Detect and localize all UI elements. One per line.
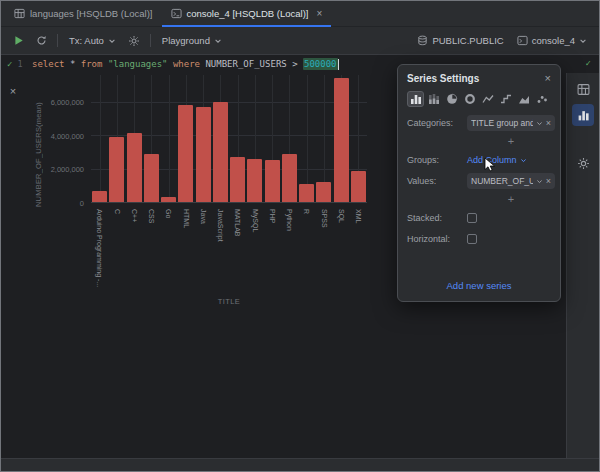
- close-icon[interactable]: ×: [317, 9, 323, 19]
- database-icon: [417, 35, 428, 46]
- chevron-down-icon: [536, 120, 543, 127]
- chart-type-pie-icon[interactable]: [443, 91, 460, 107]
- chart-type-bar-icon[interactable]: [407, 91, 424, 107]
- chart-type-donut-icon[interactable]: [461, 91, 478, 107]
- chart-bar[interactable]: [299, 184, 314, 202]
- chart-settings-button[interactable]: [572, 152, 594, 174]
- console-icon: [171, 8, 182, 19]
- schema-selector[interactable]: PUBLIC.PUBLIC: [413, 32, 507, 50]
- x-label-slot: HTML: [177, 206, 194, 291]
- x-axis-label: R: [303, 206, 311, 291]
- run-button[interactable]: [9, 32, 27, 50]
- chart-type-line-icon[interactable]: [479, 91, 496, 107]
- y-axis-title: NUMBER_OF_USERS(mean): [34, 75, 43, 207]
- values-label: Values:: [407, 176, 467, 186]
- refresh-button[interactable]: [32, 32, 50, 50]
- sql-token: NUMBER_OF_USERS: [205, 59, 286, 69]
- chart-bar[interactable]: [351, 171, 366, 202]
- chart-bar[interactable]: [127, 133, 142, 202]
- series-settings-header: Series Settings ×: [407, 73, 551, 84]
- close-icon[interactable]: ×: [545, 73, 551, 84]
- chart-bar[interactable]: [196, 107, 211, 202]
- editor-tab-bar: languages [HSQLDB (Local)] console_4 [HS…: [1, 1, 599, 27]
- chart-bar[interactable]: [144, 154, 159, 202]
- sql-token: from: [81, 59, 103, 69]
- add-category-button[interactable]: +: [467, 136, 555, 147]
- x-axis-label: C++: [130, 206, 138, 291]
- remove-icon[interactable]: ×: [546, 177, 551, 186]
- play-icon: [13, 35, 24, 46]
- chart-bar[interactable]: [334, 78, 349, 202]
- playground-dropdown[interactable]: Playground: [158, 32, 226, 50]
- groups-label: Groups:: [407, 155, 467, 165]
- x-axis-label: Go: [165, 206, 173, 291]
- values-chip[interactable]: NUMBER_OF_USE ×: [467, 173, 555, 189]
- table-icon: [577, 83, 590, 96]
- groups-row: Groups: Add Column: [407, 152, 551, 168]
- chevron-down-icon: [520, 157, 527, 164]
- horizontal-row: Horizontal:: [407, 231, 551, 247]
- chart-bar-slot: [298, 75, 315, 202]
- tab-label: languages [HSQLDB (Local)]: [30, 8, 153, 19]
- chart-plot-area: [91, 75, 367, 203]
- chart-bar[interactable]: [161, 197, 176, 202]
- stacked-checkbox[interactable]: [467, 213, 477, 223]
- tab-languages[interactable]: languages [HSQLDB (Local)]: [5, 1, 162, 26]
- chart-type-area-icon[interactable]: [515, 91, 532, 107]
- y-tick-label: 2,000,000: [51, 165, 84, 174]
- chart-bar[interactable]: [265, 160, 280, 202]
- refresh-icon: [36, 35, 47, 46]
- x-axis-labels: Arduino Programming -...CC++CSSGoHTMLJav…: [91, 206, 367, 291]
- chart-bar-slot: [126, 75, 143, 202]
- chart-bar[interactable]: [213, 102, 228, 202]
- close-icon[interactable]: ×: [10, 86, 16, 97]
- chart-bar[interactable]: [178, 105, 193, 202]
- editor-gutter: ✓ 1: [1, 59, 32, 69]
- horizontal-checkbox[interactable]: [467, 234, 477, 244]
- remove-icon[interactable]: ×: [546, 119, 551, 128]
- y-tick-label: 0: [80, 199, 84, 208]
- sql-token: select: [32, 59, 65, 69]
- add-new-series-link[interactable]: Add new series: [447, 280, 512, 291]
- sql-token: *: [65, 59, 81, 69]
- stacked-label: Stacked:: [407, 213, 467, 223]
- chart-view-button[interactable]: [572, 104, 594, 126]
- x-label-slot: MATLAB: [229, 206, 246, 291]
- add-value-button[interactable]: +: [467, 194, 555, 205]
- series-settings-panel: Series Settings × Categories: TITLE grou…: [397, 64, 561, 302]
- chart-type-step-line-icon[interactable]: [497, 91, 514, 107]
- chart-bar[interactable]: [92, 191, 107, 202]
- x-axis-label: Python: [286, 206, 294, 291]
- chart-type-stacked-bar-icon[interactable]: [425, 91, 442, 107]
- add-column-link[interactable]: Add Column: [467, 155, 527, 165]
- console-selector[interactable]: console_4: [513, 32, 591, 50]
- chart-bar-slot: [160, 75, 177, 202]
- x-label-slot: SQL: [333, 206, 350, 291]
- line-number: 1: [17, 59, 22, 69]
- x-axis-label: Arduino Programming -...: [96, 206, 104, 291]
- chart-bar[interactable]: [230, 157, 245, 202]
- tx-mode-dropdown[interactable]: Tx: Auto: [65, 32, 120, 50]
- chevron-down-icon: [214, 37, 222, 45]
- chart-bar-slot: [91, 75, 108, 202]
- chart-bar[interactable]: [316, 182, 331, 202]
- chart-bar[interactable]: [247, 159, 262, 202]
- table-view-button[interactable]: [572, 78, 594, 100]
- table-icon: [14, 8, 25, 19]
- sql-token: "languages": [108, 59, 168, 69]
- chart-bar[interactable]: [109, 137, 124, 202]
- stacked-row: Stacked:: [407, 210, 551, 226]
- tx-mode-label: Tx: Auto: [69, 35, 104, 46]
- chart-bar-slot: [108, 75, 125, 202]
- x-axis-label: CSS: [148, 206, 156, 291]
- sql-token: >: [287, 59, 303, 69]
- console-icon: [517, 35, 528, 46]
- chart-type-scatter-icon[interactable]: [533, 91, 550, 107]
- chart-output-region: NUMBER_OF_USERS(mean) 6,000,0004,000,000…: [25, 73, 566, 458]
- categories-chip[interactable]: TITLE group and ×: [467, 115, 555, 131]
- chart-bar[interactable]: [282, 154, 297, 202]
- x-axis-label: SPSS: [320, 206, 328, 291]
- settings-button[interactable]: [125, 32, 143, 50]
- x-label-slot: Arduino Programming -...: [91, 206, 108, 291]
- tab-console-4[interactable]: console_4 [HSQLDB (Local)] ×: [162, 1, 332, 26]
